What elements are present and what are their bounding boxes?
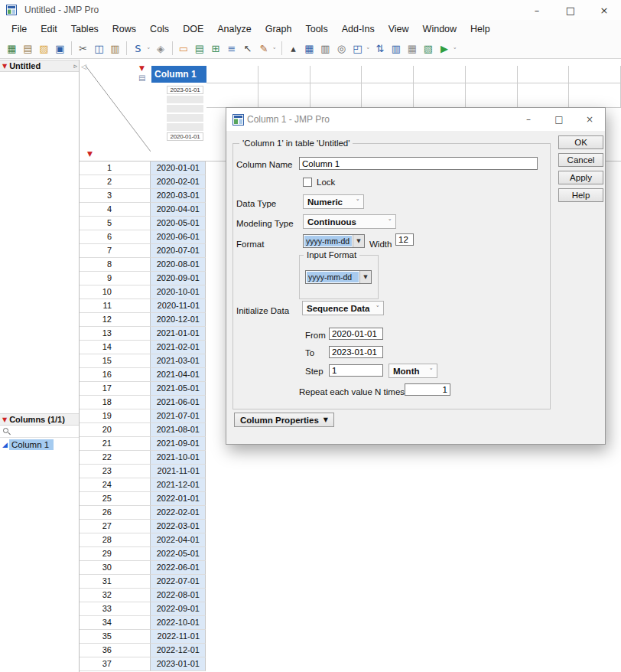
ok-button[interactable]: OK [558, 135, 603, 149]
sort-columns-icon[interactable]: ⇅ [372, 41, 389, 57]
row-number-cell[interactable]: 15 [80, 354, 151, 368]
table-cell[interactable]: 2021-05-01 [151, 382, 206, 396]
apply-button[interactable]: Apply [558, 171, 603, 184]
grid-view-icon[interactable]: ▦ [301, 41, 317, 57]
table-cell[interactable]: 2022-09-01 [151, 602, 206, 616]
maximize-button[interactable]: □ [554, 0, 587, 20]
columns-panel-header[interactable]: ▼ Columns (1/1) [0, 413, 79, 426]
row-number-cell[interactable]: 18 [80, 396, 151, 409]
input-format-select[interactable]: yyyy-mm-dd ▼ [305, 270, 372, 284]
table-cell[interactable]: 2020-01-01 [151, 161, 206, 175]
table-cell[interactable]: 2020-03-01 [151, 189, 206, 203]
help-button[interactable]: Help [558, 188, 603, 202]
print-icon[interactable]: ▭ [176, 41, 192, 57]
width-input[interactable] [395, 233, 414, 246]
lock-icon[interactable]: ◈ [153, 41, 169, 57]
table-cell[interactable]: 2021-03-01 [151, 354, 206, 368]
row-number-cell[interactable]: 12 [80, 313, 151, 327]
dialog-minimize-button[interactable]: – [513, 108, 544, 131]
row-number-cell[interactable]: 34 [80, 616, 151, 630]
table-cell[interactable]: 2023-01-01 [151, 657, 206, 671]
data-view-icon[interactable]: ▥ [317, 41, 333, 57]
menu-item-help[interactable]: Help [463, 21, 497, 37]
table-cell[interactable]: 2021-02-01 [151, 341, 206, 354]
row-number-cell[interactable]: 4 [80, 203, 151, 217]
dialog-maximize-button[interactable]: □ [544, 108, 574, 131]
modeling-type-select[interactable]: Continuous ˅ [303, 214, 396, 229]
table-cell[interactable]: 2020-06-01 [151, 230, 206, 244]
chevron-down-icon[interactable]: ▼ [353, 235, 364, 247]
menu-item-tables[interactable]: Tables [64, 21, 106, 37]
row-number-cell[interactable]: 30 [80, 561, 151, 575]
row-number-cell[interactable]: 24 [80, 478, 151, 492]
menu-item-cols[interactable]: Cols [143, 21, 176, 37]
copy-icon[interactable]: ◫ [91, 41, 107, 57]
table-cell[interactable]: 2022-02-01 [151, 506, 206, 520]
table-cell[interactable]: 2021-01-01 [151, 327, 206, 341]
table-cell[interactable]: 2022-07-01 [151, 575, 206, 589]
to-input[interactable] [329, 346, 383, 358]
row-number-cell[interactable]: 16 [80, 368, 151, 382]
summary-icon[interactable]: ≡ [224, 41, 240, 57]
sidebar-item-column-1[interactable]: ◢ Column 1 [0, 438, 79, 451]
table-cell[interactable]: 2022-10-01 [151, 616, 206, 630]
chevron-down-icon[interactable]: ▼ [359, 271, 371, 283]
new-journal-icon[interactable]: ▤ [20, 41, 36, 57]
columns-search-box[interactable] [0, 426, 79, 438]
table-cell[interactable]: 2022-06-01 [151, 561, 206, 575]
table-cell[interactable]: 2020-10-01 [151, 285, 206, 299]
close-button[interactable]: × [587, 0, 621, 20]
lock-checkbox[interactable] [303, 178, 312, 187]
initialize-data-select[interactable]: Sequence Data ˅ [302, 301, 384, 315]
menu-item-rows[interactable]: Rows [106, 21, 143, 37]
red-triangle-menu-icon[interactable]: ▼ [2, 63, 7, 70]
menu-item-file[interactable]: File [5, 21, 34, 37]
row-number-cell[interactable]: 21 [80, 437, 151, 451]
toolbar-overflow-icon[interactable]: ˅ [147, 47, 151, 54]
table-cell[interactable]: 2020-08-01 [151, 258, 206, 272]
minimize-button[interactable]: – [520, 0, 554, 20]
row-number-cell[interactable]: 27 [80, 520, 151, 533]
row-number-cell[interactable]: 5 [80, 217, 151, 230]
table-grid-icon[interactable]: ▦ [405, 41, 421, 57]
table-cell[interactable]: 2020-11-01 [151, 299, 206, 313]
table-cell[interactable]: 2021-09-01 [151, 437, 206, 451]
run-script-icon[interactable]: ▶ [437, 41, 453, 57]
table-cell[interactable]: 2020-04-01 [151, 203, 206, 217]
row-number-cell[interactable]: 3 [80, 189, 151, 203]
row-number-cell[interactable]: 37 [80, 657, 151, 671]
new-data-table-icon[interactable]: ▦ [4, 41, 20, 57]
rows-red-triangle-icon[interactable]: ▼ [87, 150, 93, 158]
column-list-icon[interactable]: ▤ [138, 73, 145, 82]
table-cell[interactable]: 2020-05-01 [151, 217, 206, 230]
columns-red-triangle-icon[interactable]: ▼ [139, 64, 145, 72]
row-number-cell[interactable]: 36 [80, 644, 151, 657]
journal-icon[interactable]: ▤ [192, 41, 208, 57]
row-number-cell[interactable]: 32 [80, 589, 151, 602]
table-cell[interactable]: 2021-04-01 [151, 368, 206, 382]
brush-tool-icon[interactable]: ✎ [256, 41, 272, 57]
cut-icon[interactable]: ✂ [75, 41, 91, 57]
table-cell[interactable]: 2022-12-01 [151, 644, 206, 657]
step-input[interactable] [329, 364, 383, 377]
paste-icon[interactable]: ▥ [107, 41, 123, 57]
row-number-cell[interactable]: 28 [80, 533, 151, 547]
column-header-cell[interactable]: Column 1 [151, 66, 206, 83]
open-icon[interactable]: ▨ [36, 41, 52, 57]
red-triangle-menu-icon[interactable]: ▼ [2, 416, 7, 423]
table-cell[interactable]: 2022-01-01 [151, 492, 206, 506]
row-number-cell[interactable]: 26 [80, 506, 151, 520]
row-number-cell[interactable]: 2 [80, 175, 151, 189]
table-cell[interactable]: 2022-08-01 [151, 589, 206, 602]
format-select[interactable]: yyyy-mm-dd ▼ [303, 234, 365, 248]
table-cell[interactable]: 2022-04-01 [151, 533, 206, 547]
row-number-cell[interactable]: 6 [80, 230, 151, 244]
menu-item-edit[interactable]: Edit [34, 21, 64, 37]
repeat-input[interactable] [405, 383, 450, 396]
row-number-cell[interactable]: 25 [80, 492, 151, 506]
row-number-cell[interactable]: 13 [80, 327, 151, 341]
toolbar-overflow-icon[interactable]: ˅ [366, 47, 370, 54]
column-name-input[interactable] [299, 157, 538, 170]
row-number-cell[interactable]: 31 [80, 575, 151, 589]
row-number-cell[interactable]: 23 [80, 465, 151, 478]
